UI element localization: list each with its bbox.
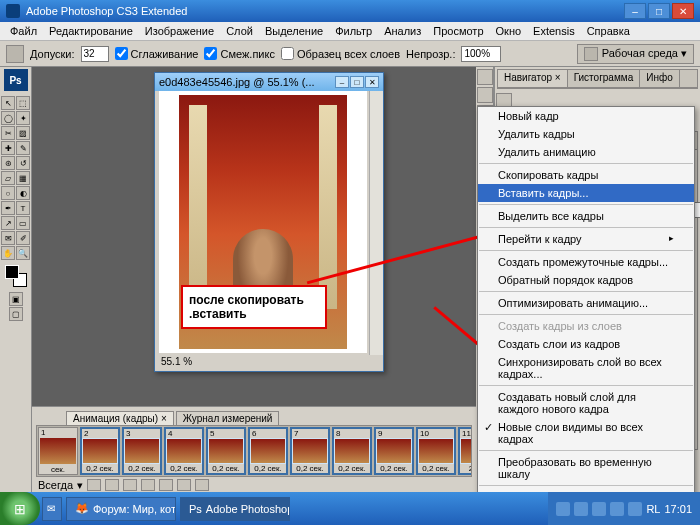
- menu-analysis[interactable]: Анализ: [378, 23, 427, 39]
- animation-frame[interactable]: 40,2 сек.: [164, 427, 204, 475]
- first-frame-button[interactable]: [87, 479, 101, 491]
- animation-frame[interactable]: 30,2 сек.: [122, 427, 162, 475]
- new-frame-button[interactable]: [177, 479, 191, 491]
- dodge-tool[interactable]: ◐: [16, 186, 30, 200]
- zoom-tool[interactable]: 🔍: [16, 246, 30, 260]
- loop-selector[interactable]: Всегда: [38, 479, 73, 491]
- quicklaunch-icon[interactable]: ✉: [42, 497, 62, 521]
- animation-frame[interactable]: 50,2 сек.: [206, 427, 246, 475]
- menu-item[interactable]: Создать слои из кадров: [478, 335, 694, 353]
- close-button[interactable]: ✕: [672, 3, 694, 19]
- history-brush-tool[interactable]: ↺: [16, 156, 30, 170]
- menu-item[interactable]: Обратный порядок кадров: [478, 271, 694, 289]
- marquee-tool[interactable]: ⬚: [16, 96, 30, 110]
- tab-animation[interactable]: Анимация (кадры) ×: [66, 411, 174, 425]
- play-button[interactable]: [123, 479, 137, 491]
- menu-item[interactable]: Оптимизировать анимацию...: [478, 294, 694, 312]
- zoom-status[interactable]: 55.1 %: [155, 355, 198, 371]
- gradient-tool[interactable]: ▦: [16, 171, 30, 185]
- animation-frame[interactable]: 112 сек: [458, 427, 472, 475]
- taskbar-button[interactable]: PsAdobe Photoshop CS3...: [180, 497, 290, 521]
- crop-tool[interactable]: ✂: [1, 126, 15, 140]
- tray-icon[interactable]: [610, 502, 624, 516]
- tab-navigator[interactable]: Навигатор ×: [498, 70, 568, 87]
- animation-frame[interactable]: 60,2 сек.: [248, 427, 288, 475]
- tab-info[interactable]: Инфо: [640, 70, 680, 87]
- sample-all-checkbox[interactable]: Образец всех слоев: [281, 47, 400, 60]
- menu-item[interactable]: Новые слои видимы во всех кадрах: [478, 418, 694, 448]
- path-tool[interactable]: ↗: [1, 216, 15, 230]
- menu-item[interactable]: Синхронизировать слой во всех кадрах...: [478, 353, 694, 383]
- menu-view[interactable]: Просмотр: [427, 23, 489, 39]
- brush-tool[interactable]: ✎: [16, 141, 30, 155]
- menu-item[interactable]: Создавать новый слой для каждого нового …: [478, 388, 694, 418]
- menu-item[interactable]: Удалить анимацию: [478, 143, 694, 161]
- panel-icon[interactable]: [477, 69, 493, 85]
- animation-frame[interactable]: 1сек.: [38, 427, 78, 475]
- menu-item[interactable]: Новый кадр: [478, 107, 694, 125]
- menu-file[interactable]: Файл: [4, 23, 43, 39]
- eraser-tool[interactable]: ▱: [1, 171, 15, 185]
- animation-frame[interactable]: 80,2 сек.: [332, 427, 372, 475]
- animation-frame[interactable]: 70,2 сек.: [290, 427, 330, 475]
- menu-select[interactable]: Выделение: [259, 23, 329, 39]
- maximize-button[interactable]: □: [648, 3, 670, 19]
- antialias-checkbox[interactable]: Сглаживание: [115, 47, 199, 60]
- menu-edit[interactable]: Редактирование: [43, 23, 139, 39]
- menu-extensis[interactable]: Extensis: [527, 23, 581, 39]
- notes-tool[interactable]: ✉: [1, 231, 15, 245]
- tab-histogram[interactable]: Гистограмма: [568, 70, 641, 87]
- heal-tool[interactable]: ✚: [1, 141, 15, 155]
- doc-maximize-button[interactable]: □: [350, 76, 364, 88]
- doc-minimize-button[interactable]: –: [335, 76, 349, 88]
- clock[interactable]: 17:01: [664, 503, 692, 515]
- tab-measurement[interactable]: Журнал измерений: [176, 411, 280, 425]
- tool-preset-icon[interactable]: [6, 45, 24, 63]
- slice-tool[interactable]: ▨: [16, 126, 30, 140]
- lasso-tool[interactable]: ◯: [1, 111, 15, 125]
- document-header[interactable]: e0d483e45546.jpg @ 55.1% (... – □ ✕: [155, 73, 383, 91]
- stamp-tool[interactable]: ⊛: [1, 156, 15, 170]
- menu-item[interactable]: Преобразовать во временную шкалу: [478, 453, 694, 483]
- tween-button[interactable]: [159, 479, 173, 491]
- pen-tool[interactable]: ✒: [1, 201, 15, 215]
- contiguous-checkbox[interactable]: Смеж.пикс: [204, 47, 274, 60]
- minimize-button[interactable]: –: [624, 3, 646, 19]
- quickmask-icon[interactable]: ▣: [9, 292, 23, 306]
- menu-item[interactable]: Удалить кадры: [478, 125, 694, 143]
- vertical-scrollbar[interactable]: [369, 91, 383, 355]
- tray-icon[interactable]: [574, 502, 588, 516]
- start-button[interactable]: ⊞: [0, 492, 40, 525]
- move-tool[interactable]: ↖: [1, 96, 15, 110]
- menu-layer[interactable]: Слой: [220, 23, 259, 39]
- tray-icon[interactable]: [592, 502, 606, 516]
- hand-tool[interactable]: ✋: [1, 246, 15, 260]
- menu-item[interactable]: Перейти к кадру: [478, 230, 694, 248]
- animation-frame[interactable]: 20,2 сек.: [80, 427, 120, 475]
- blur-tool[interactable]: ○: [1, 186, 15, 200]
- next-frame-button[interactable]: [141, 479, 155, 491]
- menu-item[interactable]: Вставить кадры...: [478, 184, 694, 202]
- tray-icon[interactable]: [628, 502, 642, 516]
- color-swatches[interactable]: [5, 265, 27, 287]
- taskbar-button[interactable]: 🦊Форум: Мир, которы...: [66, 497, 176, 521]
- shape-tool[interactable]: ▭: [16, 216, 30, 230]
- tolerance-input[interactable]: [81, 46, 109, 62]
- menu-item[interactable]: Создать промежуточные кадры...: [478, 253, 694, 271]
- eyedropper-tool[interactable]: ✐: [16, 231, 30, 245]
- type-tool[interactable]: T: [16, 201, 30, 215]
- menu-item[interactable]: Выделить все кадры: [478, 207, 694, 225]
- document-canvas[interactable]: после скопировать .вставить: [159, 91, 367, 353]
- language-indicator[interactable]: RL: [646, 503, 660, 515]
- prev-frame-button[interactable]: [105, 479, 119, 491]
- workspace-switcher[interactable]: Рабочая среда ▾: [577, 44, 694, 64]
- wand-tool[interactable]: ✦: [16, 111, 30, 125]
- menu-item[interactable]: Скопировать кадры: [478, 166, 694, 184]
- animation-frame[interactable]: 90,2 сек.: [374, 427, 414, 475]
- screenmode-icon[interactable]: ▢: [9, 307, 23, 321]
- menu-help[interactable]: Справка: [581, 23, 636, 39]
- menu-filter[interactable]: Фильтр: [329, 23, 378, 39]
- tray-icon[interactable]: [556, 502, 570, 516]
- panel-icon[interactable]: [477, 87, 493, 103]
- menu-image[interactable]: Изображение: [139, 23, 220, 39]
